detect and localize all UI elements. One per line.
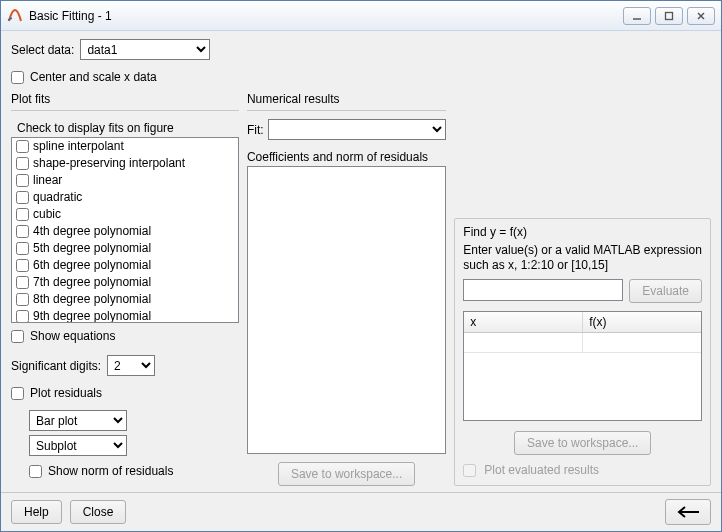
help-button[interactable]: Help — [11, 500, 62, 524]
evaluate-row: Evaluate — [463, 279, 702, 303]
fit-dropdown[interactable] — [268, 119, 447, 140]
center-scale-checkbox[interactable] — [11, 71, 24, 84]
back-arrow-button[interactable] — [665, 499, 711, 525]
fit-checkbox[interactable] — [16, 225, 29, 238]
find-save-to-workspace-button[interactable]: Save to workspace... — [514, 431, 651, 455]
fit-item: shape-preserving interpolant — [12, 155, 238, 172]
find-panel: Find y = f(x) Enter value(s) or a valid … — [454, 218, 711, 486]
show-norm-checkbox[interactable] — [29, 465, 42, 478]
sig-digits-label: Significant digits: — [11, 359, 101, 373]
show-equations-label: Show equations — [30, 329, 115, 343]
plot-fits-title: Plot fits — [11, 92, 239, 106]
fit-label: 6th degree polynomial — [33, 258, 151, 272]
divider — [11, 110, 239, 111]
fit-item: cubic — [12, 206, 238, 223]
fit-item: 6th degree polynomial — [12, 257, 238, 274]
evaluate-button[interactable]: Evaluate — [629, 279, 702, 303]
fit-label: 9th degree polynomial — [33, 309, 151, 323]
titlebar: Basic Fitting - 1 — [1, 1, 721, 31]
plot-residuals-label: Plot residuals — [30, 386, 102, 400]
center-scale-label: Center and scale x data — [30, 70, 157, 84]
plot-residuals-checkbox[interactable] — [11, 387, 24, 400]
numerical-title: Numerical results — [247, 92, 446, 106]
close-button[interactable]: Close — [70, 500, 127, 524]
show-equations-row: Show equations — [11, 329, 239, 343]
fit-label: quadratic — [33, 190, 82, 204]
evaluate-input[interactable] — [463, 279, 623, 301]
fit-item: spline interpolant — [12, 138, 238, 155]
col-fx-header: f(x) — [583, 312, 701, 332]
fit-label: Fit: — [247, 123, 264, 137]
fit-item: quadratic — [12, 189, 238, 206]
select-data-row: Select data: data1 — [11, 39, 711, 60]
fit-checkbox[interactable] — [16, 191, 29, 204]
fit-label: 4th degree polynomial — [33, 224, 151, 238]
show-norm-label: Show norm of residuals — [48, 464, 173, 478]
fit-label: spline interpolant — [33, 139, 124, 153]
plot-evaluated-row: Plot evaluated results — [463, 463, 702, 477]
window-title: Basic Fitting - 1 — [29, 9, 623, 23]
fit-label: shape-preserving interpolant — [33, 156, 185, 170]
residuals-options: Bar plot Subplot Show norm of residuals — [29, 410, 239, 486]
results-table: x f(x) — [463, 311, 702, 421]
window-root: Basic Fitting - 1 Select data: data1 Cen… — [0, 0, 722, 532]
find-instructions: Enter value(s) or a valid MATLAB express… — [463, 243, 702, 273]
content-area: Select data: data1 Center and scale x da… — [1, 31, 721, 492]
fit-label: 5th degree polynomial — [33, 241, 151, 255]
fit-label: 8th degree polynomial — [33, 292, 151, 306]
plot-evaluated-label: Plot evaluated results — [484, 463, 599, 477]
fit-checkbox[interactable] — [16, 242, 29, 255]
plot-evaluated-checkbox[interactable] — [463, 464, 476, 477]
minimize-button[interactable] — [623, 7, 651, 25]
fit-item: 8th degree polynomial — [12, 291, 238, 308]
find-title: Find y = f(x) — [463, 225, 702, 239]
close-window-button[interactable] — [687, 7, 715, 25]
show-equations-checkbox[interactable] — [11, 330, 24, 343]
fit-item: 9th degree polynomial — [12, 308, 238, 323]
fit-checkbox[interactable] — [16, 293, 29, 306]
fit-checkbox[interactable] — [16, 259, 29, 272]
plot-residuals-row: Plot residuals — [11, 386, 239, 400]
save-to-workspace-button[interactable]: Save to workspace... — [278, 462, 415, 486]
show-norm-row: Show norm of residuals — [29, 464, 239, 478]
fit-checkbox[interactable] — [16, 157, 29, 170]
sig-digits-dropdown[interactable]: 2 — [107, 355, 155, 376]
col-x-header: x — [464, 312, 583, 332]
fit-item: 5th degree polynomial — [12, 240, 238, 257]
arrow-left-icon — [675, 505, 701, 519]
find-panel-column: Find y = f(x) Enter value(s) or a valid … — [454, 92, 711, 486]
coefficients-box — [247, 166, 446, 454]
fit-item: 7th degree polynomial — [12, 274, 238, 291]
fit-item: 4th degree polynomial — [12, 223, 238, 240]
bottom-bar: Help Close — [1, 492, 721, 531]
table-cell — [583, 333, 701, 352]
center-scale-row: Center and scale x data — [11, 70, 711, 84]
app-logo-icon — [7, 8, 23, 24]
select-data-label: Select data: — [11, 43, 74, 57]
residual-type-dropdown[interactable]: Bar plot — [29, 410, 127, 431]
table-row — [464, 333, 701, 353]
fit-checkbox[interactable] — [16, 208, 29, 221]
fit-checkbox[interactable] — [16, 276, 29, 289]
fit-select-row: Fit: — [247, 119, 446, 140]
fit-label: cubic — [33, 207, 61, 221]
svg-rect-1 — [666, 12, 673, 19]
columns: Plot fits Check to display fits on figur… — [11, 92, 711, 486]
fit-checkbox[interactable] — [16, 310, 29, 323]
divider — [247, 110, 446, 111]
fit-label: 7th degree polynomial — [33, 275, 151, 289]
select-data-dropdown[interactable]: data1 — [80, 39, 210, 60]
table-cell — [464, 333, 583, 352]
residual-location-dropdown[interactable]: Subplot — [29, 435, 127, 456]
fit-checkbox[interactable] — [16, 140, 29, 153]
fit-label: linear — [33, 173, 62, 187]
sig-digits-row: Significant digits: 2 — [11, 355, 239, 376]
table-header: x f(x) — [464, 312, 701, 333]
maximize-button[interactable] — [655, 7, 683, 25]
fit-checkbox[interactable] — [16, 174, 29, 187]
coef-label: Coefficients and norm of residuals — [247, 150, 446, 164]
plot-fits-panel: Plot fits Check to display fits on figur… — [11, 92, 239, 486]
window-buttons — [623, 7, 715, 25]
plot-fits-subtitle: Check to display fits on figure — [17, 121, 239, 135]
fits-listbox[interactable]: spline interpolant shape-preserving inte… — [11, 137, 239, 323]
